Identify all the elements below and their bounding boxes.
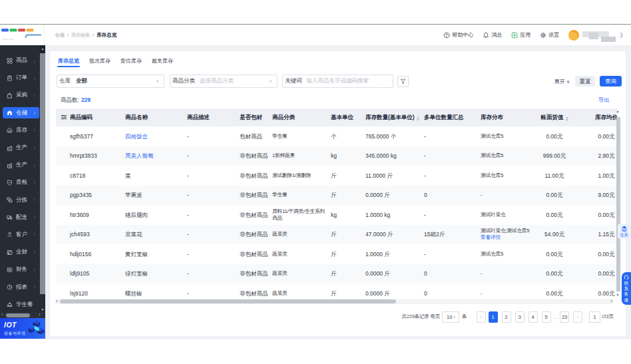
- avg-price: 2.90元: [574, 146, 617, 166]
- category-filter[interactable]: 商品分类 选择商品分类 ∨: [170, 75, 278, 88]
- page-button-5[interactable]: 5: [542, 311, 551, 323]
- sort-icon[interactable]: [566, 116, 568, 121]
- sidebar-item-订单[interactable]: 订单›: [0, 69, 40, 87]
- table-row: jch4593韭菜花-非包材商品蔬菜类斤47.0000 斤15箱2斤测试叶菜仓;…: [56, 225, 617, 245]
- stock-qty: 345.0000 kg: [363, 146, 421, 166]
- product-name-link[interactable]: 黑美人葡萄: [125, 152, 154, 159]
- distribution-text: 测试仓库5: [481, 172, 503, 178]
- sidebar-item-配送[interactable]: 配送›: [0, 209, 40, 226]
- result-count-label: 商品数:: [61, 96, 79, 104]
- multi-unit-total: -: [421, 166, 478, 186]
- header-button-消息[interactable]: 消息: [483, 31, 502, 39]
- iot-subtitle: 设备与环境: [4, 331, 26, 337]
- iot-panel[interactable]: IOT 设备与环境: [0, 318, 45, 339]
- column-header-库存均价: 库存均价: [574, 108, 617, 126]
- table-vscroll-thumb[interactable]: [616, 117, 620, 291]
- page-size-select[interactable]: 10∨: [442, 311, 459, 323]
- sidebar-item-报表[interactable]: 报表›: [0, 278, 40, 295]
- sidebar-item-label: 仓储: [16, 109, 27, 117]
- chevron-down-icon: ∨: [453, 312, 456, 322]
- column-header-库存数量(基本单位)[interactable]: 库存数量(基本单位): [363, 108, 421, 126]
- sidebar-item-采购[interactable]: 采购›: [0, 87, 40, 104]
- scroll-left-arrow-icon[interactable]: ‹: [56, 299, 57, 304]
- row-spacer: [56, 146, 67, 166]
- filter-actions: 展开 ∨ 重置 查询: [554, 76, 622, 87]
- sidebar-item-商品[interactable]: 商品›: [0, 52, 40, 69]
- page-button-4[interactable]: 4: [528, 311, 538, 323]
- scrollbar-down-arrow-icon[interactable]: [616, 292, 620, 298]
- sidebar-item-label: 业财: [16, 248, 27, 256]
- tab-库存总览[interactable]: 库存总览: [57, 55, 80, 69]
- header-button-帮助中心[interactable]: 帮助中心: [443, 31, 473, 39]
- book-value: 0.00元: [534, 205, 574, 225]
- scroll-right-arrow-icon[interactable]: ›: [611, 299, 612, 304]
- breadcrumb-item[interactable]: 库存报表: [71, 32, 90, 39]
- page-button-2[interactable]: 2: [502, 311, 511, 323]
- sidebar-item-仓储[interactable]: 仓储›: [0, 104, 40, 122]
- sidebar-item-财务[interactable]: 财务›: [0, 261, 40, 278]
- scroll-right-arrow-icon[interactable]: ›: [39, 312, 41, 318]
- advanced-filter-button[interactable]: [397, 76, 409, 87]
- expand-button[interactable]: 展开 ∨: [554, 78, 570, 85]
- sidebar-item-分拣[interactable]: 分拣›: [0, 192, 40, 209]
- page-button-1[interactable]: 1: [489, 311, 498, 323]
- reset-button[interactable]: 重置: [575, 76, 595, 87]
- keyword-input-label: 关键词: [285, 77, 302, 85]
- user-menu[interactable]: ❯: [568, 30, 624, 41]
- keyword-input[interactable]: 关键词 输入商品名字或编码搜索: [282, 75, 393, 88]
- inventory-table: 商品编码商品名称商品描述是否包材商品分类基本单位库存数量(基本单位)多单位数量汇…: [56, 108, 617, 299]
- tab-货位库存[interactable]: 货位库存: [120, 55, 142, 69]
- tab-批次库存[interactable]: 批次库存: [89, 55, 111, 69]
- sidebar-item-学生餐[interactable]: 学生餐: [0, 296, 40, 313]
- header-button-设置[interactable]: 设置: [540, 31, 559, 39]
- warehouse-filter[interactable]: 仓库 全部 ∨: [57, 75, 164, 88]
- prev-page-button[interactable]: ‹: [477, 311, 486, 323]
- column-header-label: 库存数量(基本单位): [365, 114, 415, 120]
- page-button-23[interactable]: 23: [560, 311, 569, 323]
- view-detail-link[interactable]: 查看详情: [481, 234, 501, 240]
- chevron-right-icon: ›: [34, 284, 35, 289]
- product-name-cell: 黑美人葡萄: [122, 146, 184, 166]
- base-unit: 斤: [328, 186, 363, 206]
- person-icon: [7, 232, 13, 238]
- column-header-config[interactable]: [56, 108, 67, 126]
- column-header-账面货值[interactable]: 账面货值: [534, 108, 574, 126]
- base-unit: 斤: [328, 244, 363, 264]
- sidebar-item-质检[interactable]: 质检›: [0, 174, 40, 191]
- sidebar-horizontal-scrollbar[interactable]: ‹ ›: [0, 312, 45, 318]
- scrollbar-up-arrow-icon[interactable]: [616, 108, 620, 114]
- table-hscroll-thumb[interactable]: [60, 299, 396, 303]
- sidebar-scrollbar-thumb[interactable]: [40, 53, 45, 294]
- breadcrumb-separator: /: [67, 32, 69, 38]
- task-widget[interactable]: 任务: [618, 224, 631, 239]
- header-button-应用[interactable]: 应用: [511, 31, 530, 39]
- table-horizontal-scrollbar[interactable]: ‹ ›: [55, 299, 613, 304]
- query-button[interactable]: 查询: [600, 76, 622, 87]
- table-vertical-scrollbar[interactable]: [616, 108, 620, 299]
- username-redacted: [582, 30, 616, 41]
- product-category: 原料11/干调类/生生系列商品: [270, 205, 328, 225]
- multi-unit-total: 0: [421, 283, 478, 299]
- export-button[interactable]: 导出: [598, 96, 610, 104]
- page-button-3[interactable]: 3: [515, 311, 525, 323]
- contact-service-button[interactable]: 联系客服: [622, 272, 631, 305]
- sidebar-item-客户[interactable]: 客户›: [0, 226, 40, 244]
- breadcrumb-item[interactable]: 仓储: [55, 32, 65, 39]
- sidebar-item-生产[interactable]: 生产›: [0, 139, 40, 156]
- page-jump-input[interactable]: 1: [589, 311, 600, 323]
- sidebar-vertical-scrollbar[interactable]: [40, 45, 45, 312]
- app-logo[interactable]: [0, 25, 45, 45]
- next-page-button[interactable]: ›: [573, 311, 582, 323]
- sidebar-item-生产[interactable]: 生产›: [0, 156, 40, 174]
- sidebar-hscroll-thumb[interactable]: [6, 313, 30, 317]
- sidebar-item-业财[interactable]: 业财›: [0, 244, 40, 261]
- product-name-link[interactable]: 四格饭盒: [125, 133, 148, 140]
- scroll-left-arrow-icon[interactable]: ‹: [1, 312, 3, 318]
- column-header-基本单位: 基本单位: [328, 108, 363, 126]
- scrollbar-up-arrow-icon[interactable]: [40, 45, 45, 53]
- sidebar-item-库存[interactable]: 库存›: [0, 122, 40, 139]
- tab-超支库存[interactable]: 超支库存: [151, 55, 174, 69]
- avatar[interactable]: [568, 30, 579, 41]
- column-header-label: 商品描述: [187, 114, 210, 120]
- sort-icon[interactable]: [417, 116, 419, 121]
